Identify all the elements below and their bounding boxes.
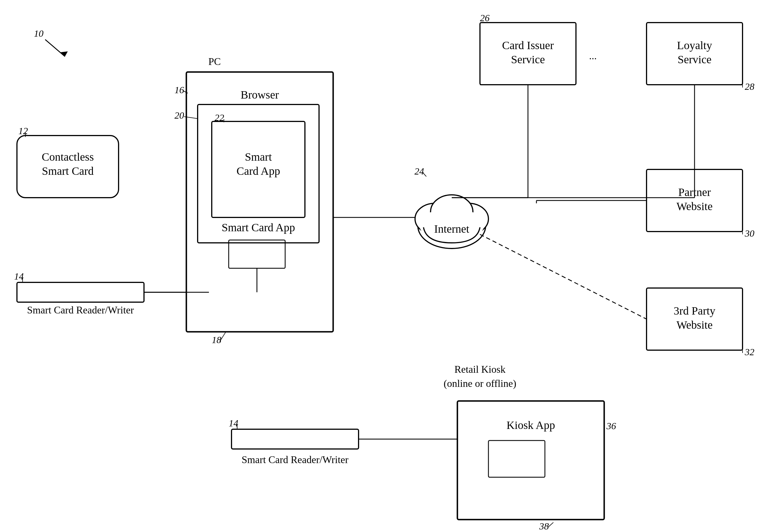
card-issuer-label1: Card Issuer	[502, 39, 554, 52]
svg-rect-43	[231, 429, 358, 449]
ref-16: 16	[174, 85, 184, 95]
ref-20: 20	[174, 110, 184, 120]
ref-10: 10	[34, 28, 43, 39]
smart-card-reader-bottom-label: Smart Card Reader/Writer	[242, 454, 348, 465]
loyalty-service-label2: Service	[678, 53, 712, 66]
contactless-smart-card-label: Contactless	[42, 150, 94, 163]
smart-card-reader-top-label: Smart Card Reader/Writer	[27, 305, 134, 316]
svg-line-0	[45, 40, 65, 56]
svg-rect-5	[17, 283, 144, 302]
ref-14-bottom: 14	[229, 418, 238, 428]
retail-kiosk-label2: (online or offline)	[444, 378, 516, 389]
diagram: 10 Contactless Smart Card 12 Smart Card …	[0, 0, 775, 532]
svg-rect-47	[489, 441, 545, 477]
internet-label: Internet	[434, 222, 469, 235]
svg-text:Smart Card: Smart Card	[42, 165, 93, 177]
ref-26: 26	[480, 13, 490, 23]
ref-14-top: 14	[14, 271, 24, 282]
ref-18: 18	[212, 335, 221, 345]
ref-38: 38	[539, 521, 549, 531]
ref-32: 32	[745, 347, 754, 357]
internet-cloud: Internet	[415, 195, 489, 248]
loyalty-service-label1: Loyalty	[677, 39, 712, 52]
svg-rect-8	[186, 72, 333, 332]
third-party-label1: 3rd Party	[674, 305, 715, 317]
ref-36: 36	[606, 421, 616, 431]
dots: ...	[589, 50, 597, 62]
card-issuer-label2: Service	[511, 53, 545, 66]
ref-12: 12	[18, 126, 28, 136]
third-party-label2: Website	[677, 319, 713, 331]
ref-28: 28	[745, 81, 754, 92]
kiosk-app-label: Kiosk App	[507, 419, 555, 432]
browser-label: Browser	[240, 88, 279, 101]
retail-kiosk-label1: Retail Kiosk	[455, 364, 506, 375]
svg-line-42	[480, 234, 647, 319]
ref-24: 24	[415, 166, 424, 176]
pc-label: PC	[208, 56, 221, 67]
smart-card-app-inner-label1: Smart	[245, 150, 272, 163]
svg-rect-14	[229, 240, 285, 268]
ref-22: 22	[214, 112, 224, 123]
smart-card-app-outer-label: Smart Card App	[222, 221, 295, 234]
smart-card-app-inner-label2: Card App	[236, 165, 280, 177]
ref-30: 30	[745, 228, 754, 238]
partner-website-label2: Website	[677, 200, 713, 212]
